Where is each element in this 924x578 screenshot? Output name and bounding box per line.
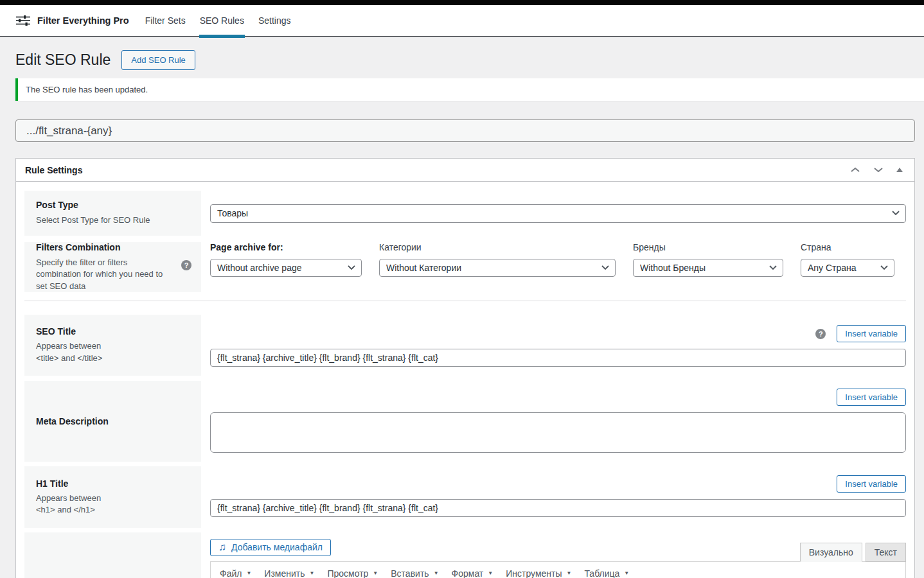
menu-edit[interactable]: Изменить (258, 565, 321, 578)
h1-title-desc-line2: <h1> and </h1> (36, 504, 190, 516)
caret-down-icon (373, 571, 378, 576)
meta-description-insert-variable-button[interactable]: Insert variable (837, 389, 906, 406)
post-type-label-box: Post Type Select Post Type for SEO Rule (24, 191, 201, 236)
chevron-down-icon (769, 265, 777, 270)
menu-edit-label: Изменить (264, 568, 305, 578)
country-value: Any Страна (808, 263, 857, 273)
chevron-down-icon (892, 211, 900, 215)
section-divider (24, 301, 906, 301)
add-media-button[interactable]: ♫ Добавить медиафайл (210, 539, 331, 556)
menu-table[interactable]: Таблица (578, 565, 635, 578)
seo-title-label-box: SEO Title Appears between <title> and </… (24, 315, 201, 376)
caret-down-icon (246, 571, 251, 576)
editor-label-box (24, 532, 201, 578)
h1-title-input[interactable] (210, 499, 906, 517)
meta-description-label: Meta Description (36, 416, 190, 426)
editor-menubar: Файл Изменить Просмотр Вставить Формат И… (211, 562, 905, 578)
seo-title-row: SEO Title Appears between <title> and </… (24, 315, 906, 376)
filters-combination-description: Specify the filter or filters combinatio… (36, 257, 173, 292)
menu-format[interactable]: Формат (445, 565, 500, 578)
filter-col-categories: Категории Without Категории (379, 242, 616, 277)
nav-tabs: Filter Sets SEO Rules Settings (138, 5, 298, 36)
country-select[interactable]: Any Страна (801, 259, 894, 277)
caret-down-icon (567, 571, 572, 576)
plugin-brand: Filter Everything Pro (15, 15, 129, 26)
archive-for-select[interactable]: Without archive page (210, 259, 362, 277)
h1-title-label: H1 Title (36, 478, 190, 489)
caret-down-icon (434, 571, 439, 576)
help-icon[interactable] (181, 260, 191, 270)
filters-combination-fields: Page archive for: Without archive page К… (210, 242, 906, 292)
brand-label: Filter Everything Pro (37, 15, 129, 26)
categories-value: Without Категории (386, 263, 461, 273)
add-seo-rule-button[interactable]: Add SEO Rule (121, 50, 195, 70)
editor-field: ♫ Добавить медиафайл Визуально Текст Фай… (210, 532, 906, 578)
meta-description-textarea[interactable] (210, 412, 906, 453)
plugin-nav: Filter Everything Pro Filter Sets SEO Ru… (0, 5, 924, 37)
filter-col-country: Страна Any Страна (801, 242, 894, 277)
add-media-label: Добавить медиафайл (231, 542, 323, 552)
post-type-description: Select Post Type for SEO Rule (36, 215, 190, 226)
h1-title-label-box: H1 Title Appears between <h1> and </h1> (24, 466, 201, 528)
menu-view[interactable]: Просмотр (321, 565, 384, 578)
menu-file-label: Файл (220, 568, 242, 578)
menu-insert[interactable]: Вставить (384, 565, 445, 578)
h1-title-insert-variable-button[interactable]: Insert variable (837, 475, 906, 493)
h1-title-field: Insert variable (210, 466, 906, 528)
categories-label: Категории (379, 242, 616, 253)
filter-sliders-icon (15, 15, 31, 26)
chevron-down-icon (601, 265, 609, 270)
menu-view-label: Просмотр (327, 568, 368, 578)
meta-description-field: Insert variable (210, 381, 906, 462)
seo-title-label: SEO Title (36, 326, 190, 337)
h1-title-row: H1 Title Appears between <h1> and </h1> … (24, 466, 906, 528)
post-type-select[interactable]: Товары (210, 204, 906, 223)
menu-tools[interactable]: Инструменты (499, 565, 578, 578)
post-type-row: Post Type Select Post Type for SEO Rule … (24, 191, 906, 236)
rule-settings-panel: Rule Settings Post Type Select Post Type… (15, 158, 915, 578)
filters-combination-label-box: Filters Combination Specify the filter o… (24, 242, 201, 292)
success-notice: The SEO rule has been updated. (15, 78, 924, 101)
help-icon[interactable] (815, 329, 826, 339)
page-content: Edit SEO Rule Add SEO Rule The SEO rule … (0, 50, 924, 578)
tab-settings[interactable]: Settings (251, 5, 298, 36)
archive-for-value: Without archive page (217, 263, 302, 273)
editor-mode-tabs: Визуально Текст (797, 543, 906, 561)
add-media-icon: ♫ (218, 542, 226, 552)
tab-seo-rules[interactable]: SEO Rules (193, 5, 251, 36)
seo-rule-url-preview: .../flt_strana-{any} (15, 119, 915, 142)
post-type-select-value: Товары (217, 208, 248, 218)
tab-filter-sets[interactable]: Filter Sets (138, 5, 193, 36)
meta-description-row: Meta Description Insert variable (24, 381, 906, 462)
move-up-icon[interactable] (850, 167, 860, 173)
menu-file[interactable]: Файл (213, 565, 258, 578)
brands-select[interactable]: Without Бренды (633, 259, 783, 277)
filter-col-brands: Бренды Without Бренды (633, 242, 783, 277)
h1-title-desc-line1: Appears between (36, 493, 190, 504)
menu-tools-label: Инструменты (506, 568, 562, 578)
menu-format-label: Формат (452, 568, 484, 578)
move-down-icon[interactable] (873, 167, 884, 173)
collapse-toggle-icon[interactable] (896, 168, 903, 172)
archive-for-label: Page archive for: (210, 242, 362, 253)
seo-title-desc-line2: <title> and </title> (36, 353, 190, 364)
caret-down-icon (488, 571, 493, 576)
rule-settings-body: Post Type Select Post Type for SEO Rule … (16, 182, 914, 578)
post-type-field: Товары (210, 191, 906, 236)
seo-title-field: Insert variable (210, 315, 906, 376)
seo-title-input[interactable] (210, 349, 906, 367)
notice-text: The SEO rule has been updated. (26, 85, 148, 94)
seo-title-desc-line1: Appears between (36, 340, 190, 352)
tab-visual[interactable]: Визуально (800, 543, 862, 562)
categories-select[interactable]: Without Категории (379, 259, 616, 277)
seo-title-insert-variable-button[interactable]: Insert variable (837, 325, 906, 342)
caret-down-icon (624, 571, 629, 576)
menu-table-label: Таблица (584, 568, 619, 578)
brands-label: Бренды (633, 242, 783, 253)
page-title: Edit SEO Rule (15, 51, 111, 69)
tab-text[interactable]: Текст (866, 543, 906, 562)
filters-combination-label: Filters Combination (36, 242, 173, 252)
wysiwyg-editor: Файл Изменить Просмотр Вставить Формат И… (210, 561, 906, 578)
brands-value: Without Бренды (640, 263, 706, 273)
panel-controls (850, 167, 905, 173)
